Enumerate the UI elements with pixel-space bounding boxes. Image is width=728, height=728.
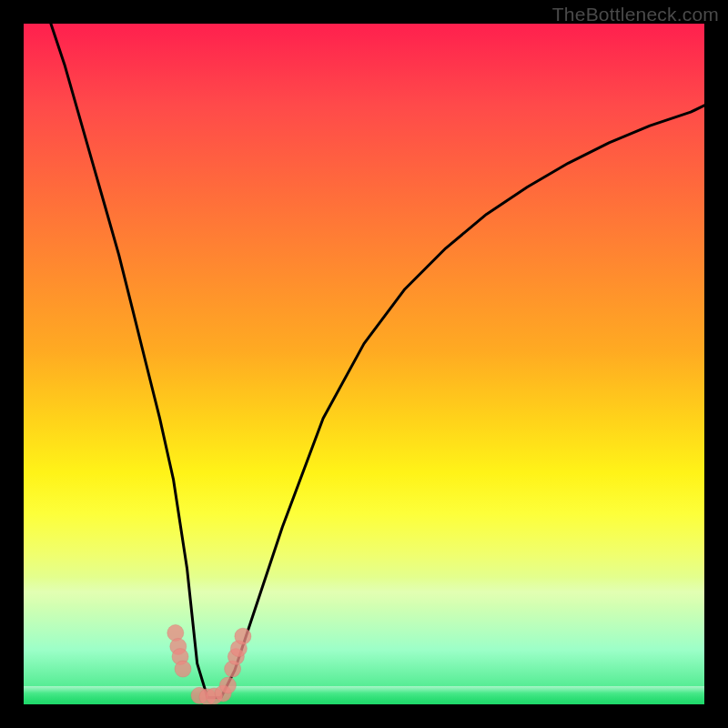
watermark-text: TheBottleneck.com (552, 4, 719, 25)
chart-frame: TheBottleneck.com (0, 0, 728, 728)
svg-point-8 (219, 677, 236, 693)
plot-area (24, 24, 704, 704)
bottleneck-curve (51, 24, 704, 698)
svg-point-3 (175, 661, 191, 677)
curve-layer (24, 24, 704, 704)
svg-point-12 (235, 628, 251, 644)
curve-markers (167, 625, 251, 705)
